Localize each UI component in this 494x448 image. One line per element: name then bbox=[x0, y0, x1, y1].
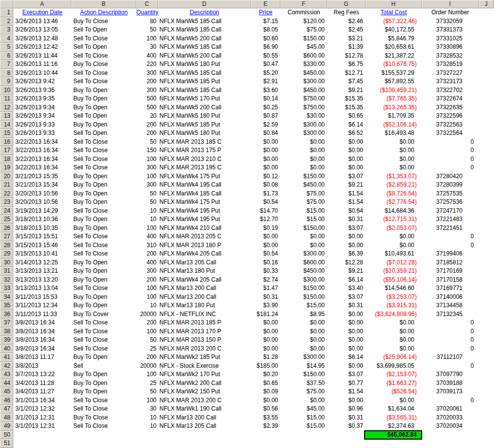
cell-c2[interactable]: 80 bbox=[136, 17, 158, 26]
cell-c35[interactable]: 10 bbox=[136, 301, 158, 310]
cell-b2[interactable]: Buy To Close bbox=[71, 17, 136, 26]
cell-g21[interactable]: $9.21 bbox=[327, 181, 366, 190]
cell-c20[interactable]: 100 bbox=[136, 172, 158, 181]
cell-g40[interactable]: $0.00 bbox=[327, 345, 366, 353]
cell-i6[interactable]: 37328532 bbox=[422, 52, 479, 61]
cell-d38[interactable]: NFLX MAR 2013 170 P bbox=[158, 327, 251, 336]
cell-i13[interactable]: 37322596 bbox=[422, 112, 479, 121]
cell-e22[interactable]: $1.73 bbox=[251, 190, 280, 198]
cell-j47[interactable] bbox=[479, 405, 494, 414]
cell-d10[interactable]: NFLX MarWk5 185 Call bbox=[158, 86, 251, 95]
cell-d14[interactable]: NFLX MarWk5 185 Put bbox=[158, 121, 251, 129]
cell-a28[interactable]: 3/15/2013 15:46 bbox=[13, 241, 71, 250]
cell-d35[interactable]: NFLX Mar13 180 Put bbox=[158, 301, 251, 310]
cell-d37[interactable]: NFLX MAR 2013 185 P bbox=[158, 319, 251, 327]
cell-j17[interactable] bbox=[479, 146, 494, 155]
cell-j42[interactable] bbox=[479, 362, 494, 371]
cell-h16[interactable]: $0.00 bbox=[366, 138, 422, 147]
cell-f31[interactable]: $450.00 bbox=[280, 267, 327, 276]
cell-b34[interactable]: Buy To Open bbox=[71, 293, 136, 302]
cell-i29[interactable]: 37199406 bbox=[422, 250, 479, 258]
cell-a26[interactable]: 3/18/2013 10:35 bbox=[13, 224, 71, 233]
cell-c18[interactable]: 100 bbox=[136, 155, 158, 164]
cell-f13[interactable]: $30.00 bbox=[280, 112, 327, 121]
cell-h17[interactable]: $0.00 bbox=[366, 146, 422, 155]
cell-e6[interactable]: $0.55 bbox=[251, 52, 280, 61]
cell-e33[interactable]: $1.47 bbox=[251, 284, 280, 293]
cell-a33[interactable]: 3/13/2013 13:04 bbox=[13, 284, 71, 293]
cell-f7[interactable]: $330.00 bbox=[280, 60, 327, 69]
cell-j44[interactable] bbox=[479, 379, 494, 388]
cell-e32[interactable]: $2.74 bbox=[251, 276, 280, 285]
row-header-35[interactable]: 35 bbox=[0, 301, 13, 310]
row-header-38[interactable]: 38 bbox=[0, 327, 13, 336]
cell-j33[interactable] bbox=[479, 284, 494, 293]
cell-i34[interactable]: 37140006 bbox=[422, 293, 479, 302]
cell-e23[interactable]: $0.54 bbox=[251, 198, 280, 207]
cell-g17[interactable]: $0.00 bbox=[327, 146, 366, 155]
cell-d21[interactable]: NFLX MarWk4 195 Call bbox=[158, 181, 251, 190]
cell-e3[interactable]: $8.05 bbox=[251, 26, 280, 34]
cell-h1[interactable]: Total Cost bbox=[366, 8, 422, 17]
cell-e41[interactable]: $1.28 bbox=[251, 353, 280, 362]
cell-d39[interactable]: NFLX MAR 2013 150 P bbox=[158, 336, 251, 345]
cell-b6[interactable]: Sell To Close bbox=[71, 52, 136, 61]
cell-f41[interactable]: $300.00 bbox=[280, 353, 327, 362]
cell-f43[interactable]: $150.00 bbox=[280, 370, 327, 379]
cell-i18[interactable]: 0 bbox=[422, 155, 479, 164]
row-header-29[interactable]: 29 bbox=[0, 250, 13, 258]
cell-h25[interactable]: ($12,715.31) bbox=[366, 215, 422, 224]
cell-i15[interactable]: 37322564 bbox=[422, 129, 479, 138]
cell-c26[interactable]: 100 bbox=[136, 224, 158, 233]
cell-i37[interactable]: 0 bbox=[422, 319, 479, 327]
cell-j10[interactable] bbox=[479, 86, 494, 95]
cell-j22[interactable] bbox=[479, 190, 494, 198]
cell-h45[interactable]: ($526.54) bbox=[366, 387, 422, 396]
cell-d25[interactable]: NFLX MarWk4 195 Put bbox=[158, 215, 251, 224]
cell-d3[interactable]: NFLX MarWk5 185 Call bbox=[158, 26, 251, 34]
cell-c49[interactable]: 10 bbox=[136, 422, 158, 431]
cell-i4[interactable]: 37331025 bbox=[422, 34, 479, 43]
row-header-48[interactable]: 48 bbox=[0, 414, 13, 422]
row-header-30[interactable]: 30 bbox=[0, 258, 13, 267]
cell-f36[interactable]: $8.95 bbox=[280, 310, 327, 319]
cell-i32[interactable]: 37170158 bbox=[422, 276, 479, 285]
cell-h7[interactable]: ($10,676.75) bbox=[366, 60, 422, 69]
cell-e48[interactable]: $3.55 bbox=[251, 414, 280, 422]
cell-b16[interactable]: Sell To Close bbox=[71, 138, 136, 147]
cell-b7[interactable]: Buy To Close bbox=[71, 60, 136, 69]
cell-f40[interactable]: $0.00 bbox=[280, 345, 327, 353]
cell-h28[interactable]: $0.00 bbox=[366, 241, 422, 250]
cell-c37[interactable]: 200 bbox=[136, 319, 158, 327]
cell-d43[interactable]: NFLX MarWk2 170 Put bbox=[158, 370, 251, 379]
cell-f22[interactable]: $75.00 bbox=[280, 190, 327, 198]
row-header-5[interactable]: 5 bbox=[0, 43, 13, 52]
cell-e14[interactable]: $2.59 bbox=[251, 121, 280, 129]
cell-d15[interactable]: NFLX MarWk5 180 Put bbox=[158, 129, 251, 138]
cell-c3[interactable]: 50 bbox=[136, 26, 158, 34]
cell-a23[interactable]: 3/20/2013 10:56 bbox=[13, 198, 71, 207]
cell-g25[interactable]: $0.31 bbox=[327, 215, 366, 224]
row-header-46[interactable]: 46 bbox=[0, 396, 13, 405]
cell-j39[interactable] bbox=[479, 336, 494, 345]
cell-j11[interactable] bbox=[479, 95, 494, 103]
cell-g45[interactable]: $1.54 bbox=[327, 387, 366, 396]
header-action-description[interactable]: Action Description bbox=[80, 9, 128, 16]
cell-c38[interactable]: 100 bbox=[136, 327, 158, 336]
cell-b42[interactable]: Sell bbox=[71, 362, 136, 371]
cell-d30[interactable]: NFLX Mar13 205 Call bbox=[158, 258, 251, 267]
cell-i46[interactable]: 0 bbox=[422, 396, 479, 405]
cell-e37[interactable]: $0.00 bbox=[251, 319, 280, 327]
row-header-26[interactable]: 26 bbox=[0, 224, 13, 233]
row-header-40[interactable]: 40 bbox=[0, 345, 13, 353]
cell-h4[interactable]: $5,846.79 bbox=[366, 34, 422, 43]
cell-c16[interactable]: 50 bbox=[136, 138, 158, 147]
cell-j46[interactable] bbox=[479, 396, 494, 405]
row-header-31[interactable]: 31 bbox=[0, 267, 13, 276]
cell-h2[interactable]: ($57,322.46) bbox=[366, 17, 422, 26]
cell-b4[interactable]: Sell To Close bbox=[71, 34, 136, 43]
row-header-9[interactable]: 9 bbox=[0, 77, 13, 86]
cell-b3[interactable]: Sell To Open bbox=[71, 26, 136, 34]
cell-b1[interactable]: Action Description bbox=[71, 8, 136, 17]
cell-i26[interactable]: 37221451 bbox=[422, 224, 479, 233]
